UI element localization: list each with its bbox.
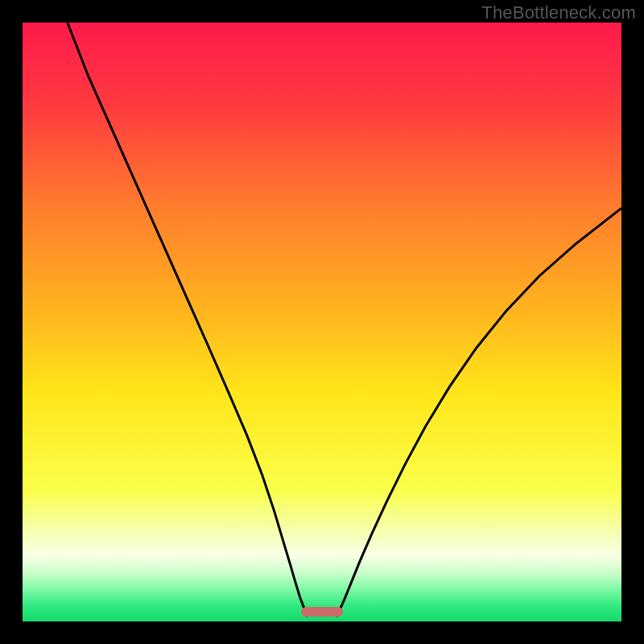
curves-layer	[23, 23, 621, 621]
watermark-text: TheBottleneck.com	[481, 2, 636, 23]
right-curve-path	[336, 208, 621, 617]
left-curve-path	[68, 23, 308, 617]
bottleneck-marker	[301, 607, 343, 617]
plot-area	[23, 23, 621, 621]
